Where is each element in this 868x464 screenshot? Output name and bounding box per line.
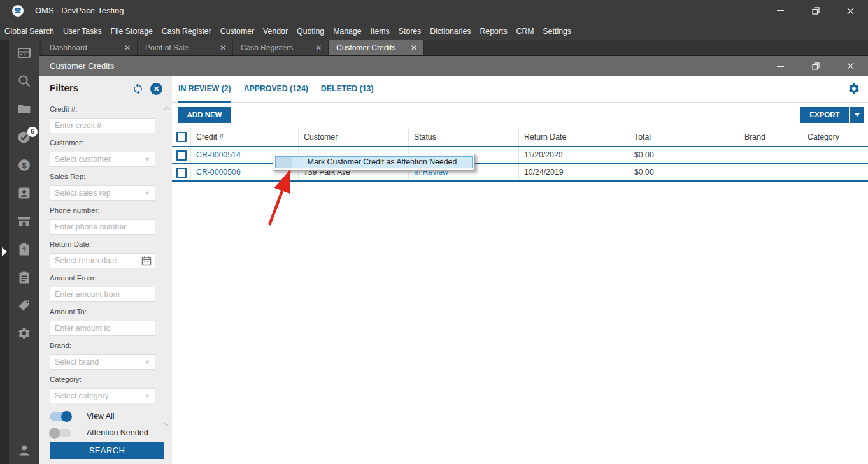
filters-title: Filters <box>50 82 78 93</box>
calendar-icon[interactable] <box>141 256 152 266</box>
col-status[interactable]: Status <box>409 128 519 146</box>
dashboard-icon[interactable] <box>17 46 31 60</box>
menu-quoting[interactable]: Quoting <box>292 22 329 40</box>
search-button[interactable]: SEARCH <box>50 442 164 459</box>
close-button[interactable] <box>833 0 868 22</box>
chevron-down-icon: ▼ <box>145 186 150 200</box>
app-window: OMS - DevPace-Testing Global Search User… <box>0 0 868 464</box>
folder-icon[interactable] <box>17 102 31 116</box>
icon-sidebar: 6 $ ? <box>9 40 39 464</box>
titlebar: OMS - DevPace-Testing <box>0 0 868 22</box>
export-dropdown-button[interactable] <box>850 107 864 123</box>
credits-main-area: IN REVIEW (2) APPROVED (124) DELETED (13… <box>172 76 868 464</box>
customer-select[interactable]: Select customer▼ <box>50 152 155 167</box>
filter-amount-to: Amount To: <box>50 308 155 336</box>
sales-rep-select[interactable]: Select sales rep▼ <box>50 185 155 201</box>
category-select[interactable]: Select category▼ <box>50 388 155 403</box>
menu-dictionaries[interactable]: Dictionaries <box>425 22 475 40</box>
menu-user-tasks[interactable]: User Tasks <box>59 22 106 40</box>
grid-settings-gear-icon[interactable] <box>848 82 860 95</box>
chevron-down-icon <box>855 113 860 117</box>
clipboard-list-icon[interactable] <box>17 270 31 284</box>
gear-icon[interactable] <box>17 326 31 340</box>
tab-deleted[interactable]: DELETED (13) <box>321 76 374 103</box>
return-date-picker[interactable]: Select return date <box>50 253 155 268</box>
amount-to-input[interactable] <box>50 321 155 335</box>
filters-close-icon[interactable]: ✕ <box>150 83 162 95</box>
menu-items[interactable]: Items <box>366 22 394 40</box>
view-all-toggle[interactable] <box>50 412 71 421</box>
col-customer[interactable]: Customer <box>299 128 409 146</box>
select-all-checkbox[interactable] <box>176 132 187 142</box>
tab-customer-credits[interactable]: Customer Credits ✕ <box>329 40 424 55</box>
expand-arrow-icon[interactable] <box>2 247 7 256</box>
menu-file-storage[interactable]: File Storage <box>106 22 157 40</box>
inner-titlebar: Customer Credits <box>39 56 868 76</box>
search-icon[interactable] <box>17 74 31 88</box>
menu-cash-register[interactable]: Cash Register <box>157 22 216 40</box>
tab-cash-registers[interactable]: Cash Registers ✕ <box>233 40 329 55</box>
close-icon <box>847 62 854 69</box>
filter-phone-number: Phone number: <box>50 207 155 235</box>
menu-settings[interactable]: Settings <box>539 22 576 40</box>
phone-number-input[interactable] <box>50 220 155 234</box>
scroll-up-icon[interactable] <box>164 106 170 111</box>
col-return-date[interactable]: Return Date <box>519 128 629 146</box>
row-checkbox[interactable] <box>176 150 187 161</box>
menu-customer[interactable]: Customer <box>216 22 259 40</box>
add-new-button[interactable]: ADD NEW <box>178 107 231 123</box>
refresh-icon[interactable] <box>132 83 144 95</box>
menu-stores[interactable]: Stores <box>394 22 426 40</box>
user-icon[interactable] <box>17 443 31 457</box>
context-menu-icon-gutter <box>276 157 292 168</box>
menu-manage[interactable]: Manage <box>329 22 366 40</box>
inner-restore-button[interactable] <box>798 56 833 76</box>
tab-point-of-sale[interactable]: Point of Sale ✕ <box>138 40 233 55</box>
chevron-down-icon: ▼ <box>145 389 150 403</box>
tab-in-review[interactable]: IN REVIEW (2) <box>178 76 231 103</box>
filter-brand: Brand: Select brand▼ <box>50 342 155 370</box>
credit-number-input[interactable] <box>50 119 155 133</box>
inner-close-button[interactable] <box>833 56 868 76</box>
filter-amount-from: Amount From: <box>50 274 155 302</box>
attention-needed-toggle[interactable] <box>50 429 71 437</box>
export-button[interactable]: EXPORT <box>800 107 849 123</box>
col-brand[interactable]: Brand <box>739 128 802 146</box>
tag-icon[interactable] <box>17 298 31 312</box>
menu-global-search[interactable]: Global Search <box>0 22 59 40</box>
tab-dashboard[interactable]: Dashboard ✕ <box>42 40 138 55</box>
menu-vendor[interactable]: Vendor <box>259 22 292 40</box>
toolbar: ADD NEW EXPORT <box>172 103 868 128</box>
minimize-button[interactable] <box>763 0 798 22</box>
document-tabbar: Dashboard ✕ Point of Sale ✕ Cash Registe… <box>39 40 868 55</box>
filter-credit-number: Credit #: <box>50 105 155 133</box>
brand-select[interactable]: Select brand▼ <box>50 354 155 370</box>
chevron-down-icon: ▼ <box>145 355 150 369</box>
contact-icon[interactable] <box>17 186 31 200</box>
clipboard-question-icon[interactable]: ? <box>17 242 31 256</box>
attention-needed-toggle-row: Attention Needed <box>50 426 155 440</box>
inner-minimize-button[interactable] <box>763 56 798 76</box>
restore-button[interactable] <box>798 0 833 22</box>
col-category[interactable]: Category <box>802 128 868 146</box>
tab-close-icon[interactable]: ✕ <box>124 43 131 52</box>
svg-text:?: ? <box>22 246 26 254</box>
row-checkbox[interactable] <box>176 168 187 178</box>
tab-approved[interactable]: APPROVED (124) <box>244 76 308 103</box>
filter-return-date: Return Date: Select return date <box>50 240 155 268</box>
context-menu-item-mark-attention[interactable]: Mark Customer Credit as Attention Needed <box>275 156 473 168</box>
tab-close-icon[interactable]: ✕ <box>411 43 417 52</box>
menu-crm[interactable]: CRM <box>512 22 539 40</box>
dollar-icon[interactable]: $ <box>17 158 31 172</box>
tab-close-icon[interactable]: ✕ <box>315 43 322 52</box>
col-total[interactable]: Total <box>629 128 739 146</box>
amount-from-input[interactable] <box>50 287 155 301</box>
tab-close-icon[interactable]: ✕ <box>220 43 226 52</box>
menu-reports[interactable]: Reports <box>475 22 511 40</box>
store-icon[interactable] <box>17 214 31 228</box>
menubar: Global Search User Tasks File Storage Ca… <box>0 22 868 40</box>
filter-customer: Customer: Select customer▼ <box>50 139 155 167</box>
status-tabbar: IN REVIEW (2) APPROVED (124) DELETED (13… <box>172 76 868 103</box>
col-credit[interactable]: Credit # <box>191 128 299 146</box>
scroll-down-icon[interactable] <box>164 422 170 427</box>
